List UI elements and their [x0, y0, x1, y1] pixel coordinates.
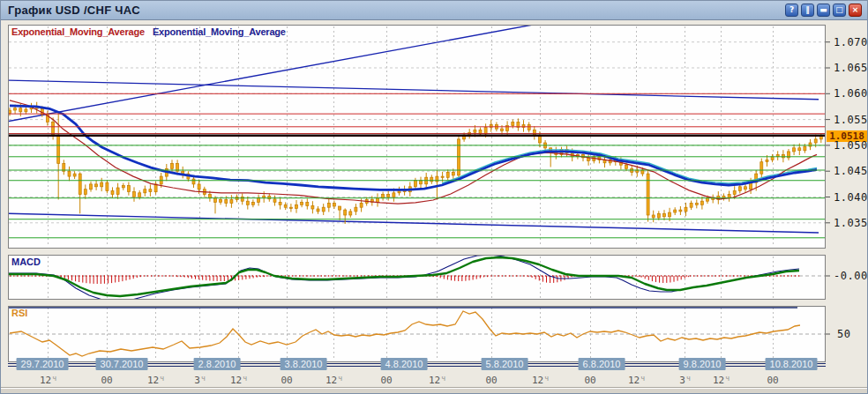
time-tick-label: 00 — [101, 375, 112, 386]
chart-canvas[interactable] — [1, 1, 868, 394]
rsi-axis-value: 50 — [837, 328, 850, 340]
time-tick-label: 00 — [485, 375, 497, 386]
ema-red-legend-label: Exponential_Moving_Average — [11, 26, 145, 37]
time-tick-label: 00 — [767, 375, 778, 386]
hour-suffix: ч — [640, 375, 645, 383]
price-tick-label: 1.0550 — [834, 114, 868, 126]
time-tick-label: 12ч — [147, 375, 163, 386]
time-tick-label: 12ч — [429, 375, 445, 386]
hour-suffix: ч — [338, 375, 342, 383]
time-tick-label: 12ч — [326, 375, 341, 386]
date-badge: 6.8.2010 — [579, 358, 625, 370]
price-tick-label: 1.0450 — [834, 165, 868, 177]
time-tick-label: 12ч — [40, 375, 56, 386]
time-tick-label: 00 — [584, 375, 595, 386]
price-tick-label: 1.0700 — [834, 36, 868, 48]
date-badge: 29.7.2010 — [17, 358, 69, 370]
macd-panel[interactable] — [8, 255, 826, 301]
hour-suffix: ч — [686, 375, 691, 383]
time-tick-label: 12ч — [532, 375, 548, 386]
price-tick-label: 1.0400 — [834, 191, 868, 204]
price-tick-label: 1.0500 — [834, 139, 868, 152]
horizontal-scrollbar[interactable] — [1, 388, 867, 394]
macd-axis-value: -0.00 — [834, 270, 868, 282]
date-badge: 2.8.2010 — [194, 358, 241, 370]
time-tick-label: 3ч — [194, 375, 204, 386]
ema-blue-legend-label: Exponential_Moving_Average — [153, 26, 286, 37]
hour-suffix: ч — [441, 375, 445, 383]
hour-suffix: ч — [160, 375, 164, 383]
date-badge: 30.7.2010 — [96, 358, 148, 370]
hour-suffix: ч — [243, 375, 247, 383]
hour-suffix: ч — [544, 375, 549, 383]
macd-indicator-label: MACD — [11, 256, 41, 267]
date-badge: 3.8.2010 — [281, 358, 327, 370]
date-badge: 10.8.2010 — [766, 358, 818, 370]
price-tick-label: 1.0350 — [834, 217, 868, 229]
hour-suffix: ч — [201, 375, 206, 383]
time-tick-label: 00 — [281, 375, 292, 386]
date-badge: 9.8.2010 — [679, 358, 726, 370]
rsi-indicator-label: RSI — [11, 308, 27, 318]
time-tick-label: 3ч — [679, 375, 689, 386]
price-tick-label: 1.0600 — [834, 87, 868, 100]
time-tick-label: 00 — [380, 375, 392, 386]
indicator-legend: Exponential_Moving_Average Exponential_M… — [11, 26, 286, 37]
hour-suffix: ч — [725, 375, 730, 383]
time-tick-label: 12ч — [628, 375, 644, 386]
hour-suffix: ч — [52, 375, 56, 383]
time-tick-label: 12ч — [713, 375, 729, 386]
chart-window: График USD /CHF ЧАС ?‖▬□× Exponential_Mo… — [0, 0, 868, 394]
date-badge: 4.8.2010 — [381, 358, 428, 370]
rsi-panel[interactable] — [8, 307, 826, 362]
date-badge: 5.8.2010 — [482, 358, 528, 370]
main-chart-panel[interactable] — [1, 20, 826, 248]
price-tick-label: 1.0650 — [834, 62, 868, 74]
time-tick-label: 12ч — [230, 375, 246, 386]
